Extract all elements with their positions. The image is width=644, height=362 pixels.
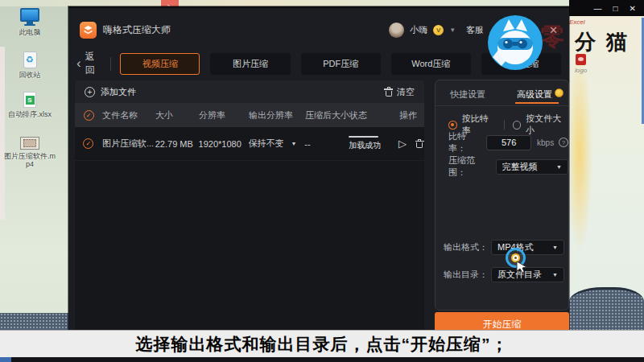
settings-panel: 快捷设置 高级设置 按比特率 按文件大小 比特率： 576 kbps ? 压缩范…	[435, 80, 569, 311]
chevron-down-icon: ▼	[291, 141, 296, 146]
bottom-bar-accent	[0, 357, 11, 362]
click-indicator	[506, 248, 526, 268]
table-row: ✓ 图片压缩软... 22.79 MB 1920*1080 保持不变 ▼ -- …	[75, 127, 424, 161]
add-file-button[interactable]: 添加文件	[101, 86, 136, 98]
row-checkbox[interactable]: ✓	[83, 138, 93, 149]
progress-bar	[349, 136, 378, 138]
cell-compressed-size: --	[304, 139, 349, 149]
chevron-down-icon[interactable]: ▼	[449, 27, 456, 34]
computer-icon	[20, 8, 39, 22]
divider	[504, 120, 505, 130]
desktop-icon-label: 回收站	[19, 71, 41, 79]
wallpaper-top-strip	[0, 0, 644, 6]
desktop-icon-label: 图片压缩软件.mp4	[3, 152, 56, 168]
bitrate-row: 比特率： 576 kbps ?	[448, 130, 568, 154]
select-all-checkbox[interactable]: ✓	[84, 110, 94, 121]
watermark-character: 零	[540, 21, 564, 54]
output-resolution-select[interactable]: 保持不变 ▼	[248, 138, 304, 150]
file-list-section: + 添加文件 清空 ✓ 文件名称 大小 分辨率 输出分辨率 压缩后大小 状态 操…	[75, 80, 424, 331]
cell-file-name: 图片压缩软...	[102, 138, 155, 150]
desktop-icon-xlsx[interactable]: S 自动排序.xlsx	[3, 92, 56, 118]
radio-by-filesize[interactable]	[513, 121, 522, 130]
output-directory-dropdown[interactable]: 原文件目录 ▼	[491, 267, 564, 282]
directory-label: 输出目录：	[444, 269, 488, 281]
brand-text: 分猫	[575, 28, 638, 56]
divider	[436, 105, 568, 106]
bottom-bar	[0, 357, 644, 362]
cell-size: 22.79 MB	[155, 139, 199, 149]
video-file-icon	[20, 137, 39, 150]
app-title: 嗨格式压缩大师	[103, 23, 171, 37]
customer-service-link[interactable]: 客服	[466, 24, 484, 36]
recycle-bin-icon: ♻	[23, 51, 37, 68]
file-list-empty-area	[75, 161, 424, 331]
wallpaper-denim-left	[0, 313, 68, 331]
desktop-icon-mp4[interactable]: 图片压缩软件.mp4	[3, 137, 56, 168]
tab-image-compress[interactable]: 图片压缩	[210, 53, 290, 75]
wallpaper-yellow-band	[571, 47, 600, 312]
bitrate-unit: kbps	[537, 138, 554, 147]
col-compressed-size: 压缩后大小	[305, 109, 349, 121]
desktop-icon-label: 自动排序.xlsx	[8, 110, 52, 118]
outer-window-titlebar: — □ ✕	[569, 0, 644, 16]
add-icon: +	[85, 87, 95, 97]
subtitle-text: 选择输出格式和输出目录后，点击“开始压缩”；	[136, 333, 509, 356]
avatar[interactable]	[389, 23, 404, 38]
tab-advanced-settings[interactable]: 高级设置	[517, 88, 552, 101]
chevron-down-icon: ▼	[556, 164, 562, 170]
mouse-cursor-icon	[516, 261, 527, 277]
vip-coin-icon	[555, 88, 564, 97]
col-resolution: 分辨率	[199, 109, 249, 121]
tab-quick-settings[interactable]: 快捷设置	[450, 88, 485, 101]
screen: ↘ 此电脑 ♻ 回收站 S 自动排序.xlsx 图片压缩软件.mp4	[0, 0, 644, 362]
spreadsheet-file-icon: S	[23, 92, 36, 108]
desktop-icon-this-pc[interactable]: 此电脑	[3, 8, 56, 36]
bitrate-input[interactable]: 576	[486, 135, 531, 150]
col-size: 大小	[155, 109, 199, 121]
desktop: 此电脑 ♻ 回收站 S 自动排序.xlsx 图片压缩软件.mp4	[0, 6, 68, 357]
help-icon[interactable]: ?	[559, 138, 568, 147]
directory-row: 输出目录： 原文件目录 ▼	[444, 267, 564, 282]
subtitle-strip: 选择输出格式和输出目录后，点击“开始压缩”；	[0, 330, 644, 357]
range-row: 压缩范围： 完整视频 ▼	[448, 154, 568, 179]
wallpaper-right-strip: Excel 分猫 logo	[569, 16, 644, 331]
wallpaper-denim-right	[569, 287, 644, 331]
col-status: 状态	[349, 109, 398, 121]
outer-minimize-button[interactable]: —	[594, 4, 602, 13]
chevron-down-icon: ▼	[552, 245, 558, 250]
col-output-resolution: 输出分辨率	[249, 109, 305, 121]
trash-icon	[384, 87, 393, 97]
tab-word-compress[interactable]: Word压缩	[391, 53, 471, 75]
tab-pdf-compress[interactable]: PDF压缩	[301, 53, 381, 75]
divider	[110, 57, 111, 71]
red-logo-icon	[576, 54, 586, 65]
tab-video-compress[interactable]: 视频压缩	[120, 53, 200, 75]
outer-maximize-button[interactable]: □	[613, 4, 618, 13]
status-cell: 加载成功	[349, 136, 397, 151]
cat-mascot-logo	[488, 15, 543, 70]
range-dropdown[interactable]: 完整视频 ▼	[496, 159, 568, 175]
active-tab-underline	[515, 102, 559, 104]
row-delete-icon[interactable]	[415, 139, 424, 149]
file-toolbar: + 添加文件 清空	[75, 80, 424, 103]
range-label: 压缩范围：	[448, 154, 493, 179]
username[interactable]: 小嗨	[410, 24, 427, 36]
logo-subtext: logo	[575, 67, 587, 74]
wallpaper-excel-text: Excel	[569, 19, 585, 26]
chevron-down-icon: ▼	[552, 272, 558, 278]
col-file-name: 文件名称	[102, 109, 155, 121]
vip-coin-icon: V	[433, 25, 444, 35]
cell-resolution: 1920*1080	[199, 139, 249, 149]
desktop-icon-recycle-bin[interactable]: ♻ 回收站	[3, 51, 56, 79]
outer-close-button[interactable]: ✕	[630, 4, 636, 13]
back-button[interactable]: ‹ 返回	[76, 50, 103, 77]
clear-button[interactable]: 清空	[384, 86, 415, 98]
col-operation: 操作	[398, 109, 424, 121]
play-icon[interactable]: ▷	[398, 138, 407, 149]
output-format-dropdown[interactable]: MP4格式 ▼	[491, 240, 564, 255]
app-logo-icon	[80, 22, 97, 39]
desktop-icon-label: 此电脑	[19, 28, 41, 36]
bitrate-label: 比特率：	[448, 130, 483, 154]
format-label: 输出格式：	[444, 241, 488, 253]
radio-by-bitrate[interactable]	[448, 121, 457, 130]
